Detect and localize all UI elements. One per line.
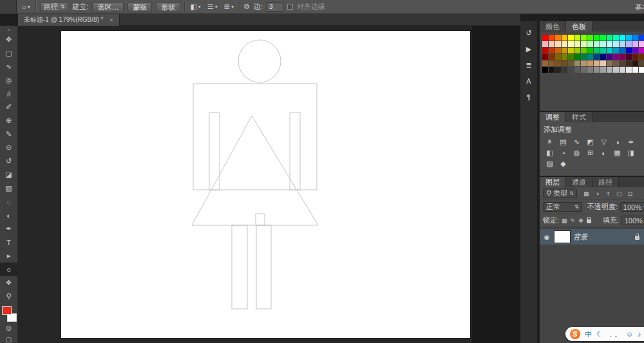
properties-panel-icon[interactable]: ≣ [522, 59, 535, 71]
selective-color-icon[interactable]: ◆ [556, 158, 570, 169]
color-swatch[interactable] [549, 35, 554, 41]
screen-mode-button[interactable]: ▢ [0, 333, 18, 343]
color-swatch[interactable] [542, 67, 548, 73]
punctuation-icon[interactable]: ，。 [607, 329, 621, 339]
color-swatch[interactable] [562, 60, 567, 66]
color-swatch[interactable] [594, 48, 600, 53]
curves-icon[interactable]: ∿ [570, 136, 583, 147]
color-swatch[interactable] [600, 60, 606, 66]
color-swatch[interactable] [613, 48, 619, 53]
color-swatch[interactable] [607, 35, 612, 41]
sogou-logo[interactable]: S [570, 329, 580, 339]
color-swatch[interactable] [574, 67, 580, 73]
voice-input-icon[interactable]: ♪ [638, 330, 641, 338]
color-swatch[interactable] [620, 54, 625, 60]
color-swatch[interactable] [581, 35, 587, 41]
input-mode-chinese[interactable]: 中 [585, 329, 592, 339]
color-swatch[interactable] [626, 48, 632, 53]
color-swatch[interactable] [549, 67, 554, 73]
rectangular-marquee-tool[interactable]: ▢ [0, 46, 18, 60]
color-swatch[interactable] [581, 67, 587, 73]
mask-button[interactable]: 蒙版 [128, 2, 152, 12]
color-swatch[interactable] [594, 35, 600, 41]
color-swatch[interactable] [562, 48, 567, 53]
color-swatch[interactable] [620, 48, 625, 53]
color-swatch[interactable] [587, 54, 593, 60]
color-balance-icon[interactable]: ≑ [624, 136, 638, 147]
channel-mixer-icon[interactable]: ◍ [570, 147, 583, 158]
color-swatch[interactable] [549, 48, 554, 53]
color-swatch[interactable] [562, 35, 567, 41]
color-swatch[interactable] [574, 54, 580, 60]
color-swatch[interactable] [574, 48, 580, 53]
workspace-switcher[interactable]: 基本 [635, 3, 644, 12]
color-swatch[interactable] [555, 67, 561, 73]
tab-layers[interactable]: 图层 [540, 177, 566, 187]
dodge-tool[interactable]: ◐ [0, 209, 18, 222]
color-swatch[interactable] [639, 67, 644, 73]
gradient-tool[interactable]: ▧ [0, 181, 18, 195]
color-swatch[interactable] [632, 41, 638, 47]
crop-tool[interactable]: # [0, 87, 18, 100]
lock-image-icon[interactable]: ✎ [571, 218, 576, 224]
color-swatch[interactable] [587, 67, 593, 73]
hand-tool[interactable]: ❖ [0, 276, 18, 290]
color-swatch[interactable] [581, 54, 587, 60]
threshold-icon[interactable]: ◨ [624, 147, 638, 158]
geometry-options-gear-icon[interactable]: ⚙ [243, 3, 250, 11]
clone-stamp-tool[interactable]: ⊙ [0, 141, 18, 154]
path-alignment-dropdown[interactable]: ☰ ▾ [206, 3, 219, 11]
collapse-toolbar-icon[interactable]: » [7, 27, 10, 33]
color-swatch[interactable] [555, 48, 561, 53]
color-swatch[interactable] [620, 67, 625, 73]
opacity-input[interactable]: 100% ▾ [620, 202, 644, 212]
color-swatch[interactable] [549, 41, 554, 47]
color-swatch[interactable] [555, 54, 561, 60]
move-tool[interactable]: ✥ [0, 33, 18, 46]
color-swatch[interactable] [542, 54, 548, 60]
history-panel-icon[interactable]: ↺ [522, 26, 535, 39]
paragraph-panel-icon[interactable]: ¶ [522, 91, 535, 104]
eyedropper-tool[interactable]: ✐ [0, 100, 18, 114]
filter-adjustment-layers-icon[interactable]: ◑ [593, 190, 601, 197]
color-swatch[interactable] [613, 54, 619, 60]
visibility-eye-icon[interactable]: ◉ [542, 234, 551, 241]
color-swatch[interactable] [594, 54, 600, 60]
horizontal-type-tool[interactable]: T [0, 236, 18, 249]
ellipse-tool[interactable]: ○ [0, 263, 18, 276]
zoom-tool[interactable]: ⚲ [0, 290, 18, 303]
foreground-color-swatch[interactable] [2, 306, 12, 315]
color-swatch[interactable] [639, 60, 644, 66]
tab-channels[interactable]: 通道 [566, 177, 592, 187]
levels-icon[interactable]: ▤ [556, 136, 570, 147]
lock-transparency-icon[interactable]: ▦ [562, 218, 567, 224]
align-edges-checkbox[interactable] [287, 4, 293, 10]
color-swatch[interactable] [626, 35, 632, 41]
color-swatch[interactable] [594, 60, 600, 66]
fill-input[interactable]: 100% ▾ [621, 216, 644, 225]
color-swatch[interactable] [574, 41, 580, 47]
color-swatch[interactable] [542, 35, 548, 41]
black-white-icon[interactable]: ◧ [543, 147, 556, 158]
color-swatch[interactable] [607, 41, 612, 47]
layer-thumbnail[interactable] [554, 231, 570, 243]
color-swatch[interactable] [632, 67, 638, 73]
quick-selection-tool[interactable]: ◎ [0, 73, 18, 87]
filter-pixel-layers-icon[interactable]: ▦ [582, 190, 591, 197]
color-swatch[interactable] [607, 60, 612, 66]
tab-styles[interactable]: 样式 [566, 112, 592, 122]
color-picker-widget[interactable] [1, 306, 17, 322]
selection-button[interactable]: 选区… [92, 2, 124, 12]
tab-paths[interactable]: 路径 [592, 177, 619, 187]
color-swatch[interactable] [562, 54, 567, 60]
color-swatch[interactable] [574, 60, 580, 66]
emoji-icon[interactable]: ☺ [626, 330, 633, 338]
invert-icon[interactable]: ◐ [597, 147, 611, 158]
color-swatch[interactable] [620, 41, 625, 47]
hue-saturation-icon[interactable]: ◑ [611, 136, 624, 147]
tool-preset-picker[interactable]: ○ ▾ [21, 3, 32, 11]
close-tab-icon[interactable]: × [109, 16, 113, 24]
color-swatch[interactable] [600, 41, 606, 47]
exposure-icon[interactable]: ◩ [583, 136, 597, 147]
tab-swatches[interactable]: 色板 [566, 21, 592, 32]
